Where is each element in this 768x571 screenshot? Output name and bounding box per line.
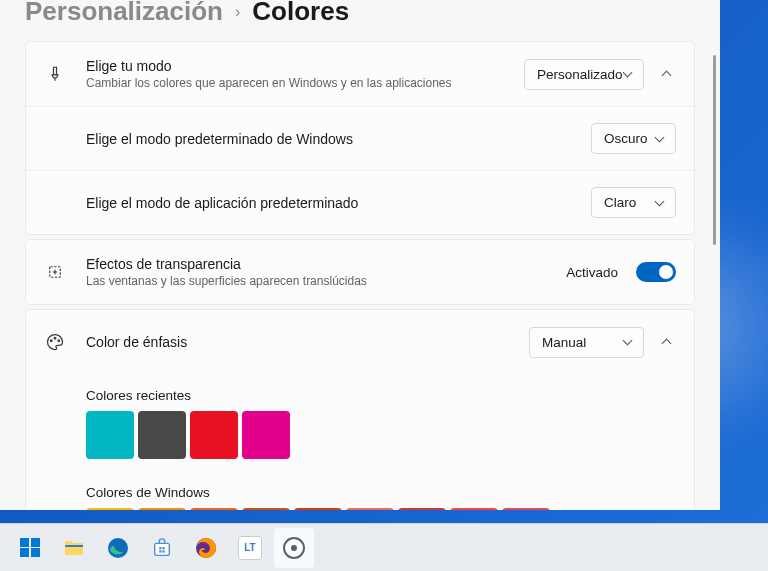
chevron-down-icon <box>655 198 665 208</box>
color-swatch[interactable] <box>294 508 342 510</box>
taskbar-settings[interactable] <box>274 528 314 568</box>
svg-rect-4 <box>65 545 83 547</box>
windows-colors-label: Colores de Windows <box>86 485 676 500</box>
color-swatch[interactable] <box>190 411 238 459</box>
taskbar-file-explorer[interactable] <box>54 528 94 568</box>
mode-subtitle: Cambiar los colores que aparecen en Wind… <box>86 76 524 90</box>
page-title: Colores <box>252 0 349 27</box>
svg-rect-9 <box>159 550 161 552</box>
mode-dropdown[interactable]: Personalizado <box>524 59 644 90</box>
chevron-right-icon: › <box>235 3 240 21</box>
svg-rect-6 <box>155 543 170 555</box>
chevron-down-icon <box>655 134 665 144</box>
accent-dropdown[interactable]: Manual <box>529 327 644 358</box>
recent-colors-label: Colores recientes <box>86 388 676 403</box>
transparency-card: Efectos de transparencia Las ventanas y … <box>25 239 695 305</box>
collapse-button[interactable] <box>658 65 676 83</box>
transparency-subtitle: Las ventanas y las superficies aparecen … <box>86 274 566 288</box>
windows-mode-dropdown[interactable]: Oscuro <box>591 123 676 154</box>
color-swatch[interactable] <box>86 411 134 459</box>
app-mode-label: Elige el modo de aplicación predetermina… <box>86 195 591 211</box>
lt-icon: LT <box>238 536 262 560</box>
edge-icon <box>106 536 130 560</box>
color-swatch[interactable] <box>242 508 290 510</box>
transparency-toggle[interactable] <box>636 262 676 282</box>
color-swatch[interactable] <box>502 508 550 510</box>
firefox-icon <box>194 536 218 560</box>
chevron-up-icon <box>662 337 672 347</box>
chevron-down-icon <box>623 69 633 79</box>
color-swatch[interactable] <box>242 411 290 459</box>
accent-card: Color de énfasis Manual Colores reciente… <box>25 309 695 510</box>
brush-icon <box>44 65 66 83</box>
store-icon <box>151 537 173 559</box>
svg-point-1 <box>50 340 52 342</box>
taskbar-start[interactable] <box>10 528 50 568</box>
accent-title: Color de énfasis <box>86 334 529 350</box>
taskbar-store[interactable] <box>142 528 182 568</box>
transparency-status: Activado <box>566 265 618 280</box>
color-swatch[interactable] <box>450 508 498 510</box>
color-swatch[interactable] <box>86 508 134 510</box>
svg-point-3 <box>58 340 60 342</box>
mode-dropdown-value: Personalizado <box>537 67 623 82</box>
scrollbar[interactable] <box>713 55 716 245</box>
svg-point-2 <box>54 337 56 339</box>
gear-icon <box>283 537 305 559</box>
windows-colors-grid <box>86 508 676 510</box>
chevron-down-icon <box>623 337 633 347</box>
windows-logo-icon <box>20 538 40 558</box>
taskbar-firefox[interactable] <box>186 528 226 568</box>
breadcrumb: Personalización › Colores <box>25 0 695 41</box>
sparkle-icon <box>44 263 66 281</box>
settings-window: Personalización › Colores Elige tu modo … <box>0 0 720 510</box>
recent-colors-grid <box>86 411 676 459</box>
collapse-button[interactable] <box>658 333 676 351</box>
taskbar-languagetool[interactable]: LT <box>230 528 270 568</box>
transparency-title: Efectos de transparencia <box>86 256 566 272</box>
color-swatch[interactable] <box>398 508 446 510</box>
windows-mode-label: Elige el modo predeterminado de Windows <box>86 131 591 147</box>
palette-icon <box>44 332 66 352</box>
color-swatch[interactable] <box>138 508 186 510</box>
windows-mode-value: Oscuro <box>604 131 648 146</box>
color-swatch[interactable] <box>138 411 186 459</box>
mode-title: Elige tu modo <box>86 58 524 74</box>
mode-card: Elige tu modo Cambiar los colores que ap… <box>25 41 695 235</box>
app-mode-dropdown[interactable]: Claro <box>591 187 676 218</box>
svg-rect-8 <box>162 547 164 549</box>
taskbar-edge[interactable] <box>98 528 138 568</box>
chevron-up-icon <box>662 69 672 79</box>
folder-icon <box>62 536 86 560</box>
taskbar: LT <box>0 523 768 571</box>
app-mode-value: Claro <box>604 195 636 210</box>
accent-dropdown-value: Manual <box>542 335 586 350</box>
color-swatch[interactable] <box>346 508 394 510</box>
svg-rect-7 <box>159 547 161 549</box>
color-swatch[interactable] <box>190 508 238 510</box>
breadcrumb-parent[interactable]: Personalización <box>25 0 223 27</box>
svg-rect-10 <box>162 550 164 552</box>
